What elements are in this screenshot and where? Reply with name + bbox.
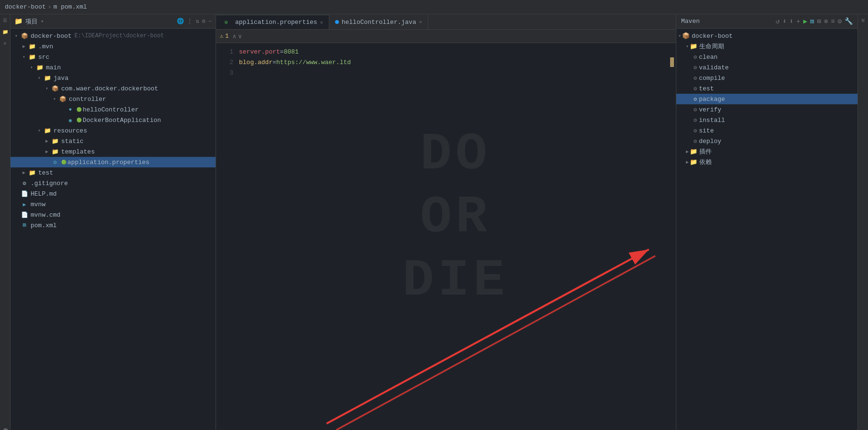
expand-arrow-main: ▾ bbox=[28, 64, 35, 71]
maven-item-clean[interactable]: ⚙ clean bbox=[676, 52, 857, 62]
expand-arrow: ▾ bbox=[12, 32, 20, 40]
tree-label-test: test bbox=[38, 169, 53, 176]
tree-item-src[interactable]: ▾ 📁 src bbox=[11, 52, 216, 62]
panel-dropdown-icon[interactable]: ▾ bbox=[41, 18, 44, 24]
tab-label-application: application.properties bbox=[235, 19, 317, 26]
maven-list-icon[interactable]: ≡ bbox=[831, 18, 835, 25]
maven-label-compile: compile bbox=[699, 75, 725, 82]
tree-item-docker-boot[interactable]: ▾ 📦 docker-boot E:\IDEAProject\docker-bo… bbox=[11, 31, 216, 41]
tab-close-hello[interactable]: ✕ bbox=[419, 19, 422, 25]
maven-item-site[interactable]: ⚙ site bbox=[676, 125, 857, 136]
tab-close-application[interactable]: ✕ bbox=[320, 20, 323, 25]
maven-wrench-icon[interactable]: 🔧 bbox=[845, 17, 853, 25]
tree-item-mvnw[interactable]: ▶ ▶ mvnw bbox=[11, 199, 216, 209]
maven-item-compile[interactable]: ⚙ compile bbox=[676, 73, 857, 83]
tab-application-properties[interactable]: ⚙ application.properties ✕ bbox=[216, 15, 329, 29]
tree-item-test[interactable]: ▶ 📁 test bbox=[11, 167, 216, 178]
expand-all-icon[interactable]: ⋮ bbox=[187, 18, 193, 25]
maven-m-icon[interactable]: m bbox=[810, 18, 814, 25]
tree-label-templates: templates bbox=[61, 148, 95, 155]
maven-add-icon[interactable]: + bbox=[796, 18, 800, 25]
mvnw-icon: ▶ bbox=[20, 200, 29, 209]
sidebar-toggle-icon[interactable]: ☰ bbox=[1, 16, 10, 25]
panel-header: 📁 项目 ▾ 🌐 ⋮ ⇅ ⚙ − bbox=[11, 14, 216, 29]
tree-label-mvnw-cmd: mvnw.cmd bbox=[31, 211, 60, 219]
editor-area: ⚙ application.properties ✕ helloControll… bbox=[216, 14, 676, 430]
tree-item-java[interactable]: ▾ 📁 java bbox=[11, 73, 216, 83]
maven-download1-icon[interactable]: ⬇ bbox=[782, 17, 786, 25]
settings-icon[interactable]: ⚙ bbox=[202, 18, 206, 25]
tree-label-controller: controller bbox=[69, 96, 106, 103]
tree-item-pom-xml[interactable]: ▶ m pom.xml bbox=[11, 220, 216, 231]
maven-skip-icon[interactable]: ⊗ bbox=[824, 17, 828, 25]
expand-arrow-static: ▶ bbox=[43, 137, 51, 145]
warning-count: 1 bbox=[225, 33, 228, 40]
breadcrumb-project[interactable]: docker-boot bbox=[5, 3, 46, 11]
maven-item-package[interactable]: ⚙ package bbox=[676, 94, 857, 104]
maven-item-root[interactable]: ▾ 📦 docker-boot bbox=[676, 31, 857, 41]
tree-item-helpmd[interactable]: ▶ 📄 HELP.md bbox=[11, 188, 216, 199]
tree-label-java: java bbox=[54, 75, 68, 82]
editor-content[interactable]: 1 2 3 server.port=8081 blog.addr=https:/… bbox=[216, 43, 676, 430]
maven-item-test[interactable]: ⚙ test bbox=[676, 83, 857, 94]
annotation-arrow bbox=[235, 43, 676, 430]
maven-grid-icon[interactable]: ⊞ bbox=[817, 17, 821, 25]
maven-label-site: site bbox=[699, 127, 714, 134]
maven-gear-compile: ⚙ bbox=[694, 75, 697, 82]
java-app-icon: ◉ bbox=[66, 116, 75, 124]
maven-download2-icon[interactable]: ⬇ bbox=[790, 17, 793, 25]
panel-title-label: 项目 bbox=[25, 17, 38, 26]
maven-label-plugins: 插件 bbox=[699, 147, 712, 156]
maven-title-label: Maven bbox=[681, 18, 700, 25]
maven-item-verify[interactable]: ⚙ verify bbox=[676, 104, 857, 115]
code-area[interactable]: server.port=8081 blog.addr=https://www.w… bbox=[235, 43, 676, 430]
tree-item-dockerbootapp[interactable]: ▶ ◉ 🟢 DockerBootApplication bbox=[11, 115, 216, 125]
maven-item-install[interactable]: ⚙ install bbox=[676, 115, 857, 125]
props-icon: ⚙ bbox=[51, 158, 59, 166]
globe-icon[interactable]: 🌐 bbox=[177, 18, 184, 25]
maven-refresh-icon[interactable]: ↺ bbox=[776, 17, 780, 25]
tree-item-resources[interactable]: ▾ 📁 resources bbox=[11, 125, 216, 136]
top-bar: docker-boot › m pom.xml bbox=[0, 0, 868, 14]
maven-root-folder-icon: 📦 bbox=[682, 32, 690, 40]
tree-item-controller[interactable]: ▾ 📦 controller bbox=[11, 94, 216, 104]
tree-item-static[interactable]: ▶ 📁 static bbox=[11, 136, 216, 146]
tree-item-mvnw-cmd[interactable]: ▶ 📄 mvnw.cmd bbox=[11, 209, 216, 220]
tree-item-main[interactable]: ▾ 📁 main bbox=[11, 62, 216, 73]
maven-label-install: install bbox=[699, 117, 725, 124]
maven-item-lifecycle[interactable]: ▾ 📁 生命周期 bbox=[676, 41, 857, 52]
tree-item-application-properties[interactable]: ▶ ⚙ 🟢 application.properties bbox=[11, 157, 216, 167]
prop-eq-1: = bbox=[280, 47, 284, 57]
breadcrumb: docker-boot › m pom.xml bbox=[5, 3, 87, 11]
close-panel-icon[interactable]: − bbox=[208, 18, 212, 25]
left-sidebar-icons: ☰ 📁 ≡ 收藏夹 bbox=[0, 14, 11, 430]
tree-item-mvn[interactable]: ▶ 📁 .mvn bbox=[11, 41, 216, 52]
tree-item-templates[interactable]: ▶ 📁 templates bbox=[11, 146, 216, 157]
editor-toolbar: ⚠ 1 ∧ ∨ bbox=[216, 30, 676, 43]
maven-item-validate[interactable]: ⚙ validate bbox=[676, 62, 857, 73]
maven-item-plugins[interactable]: ▶ 📁 插件 bbox=[676, 146, 857, 157]
maven-item-deps[interactable]: ▶ 📁 依赖 bbox=[676, 157, 857, 167]
mvnw-cmd-icon: 📄 bbox=[20, 210, 29, 219]
project-icon[interactable]: 📁 bbox=[1, 28, 10, 36]
arrow-down-icon[interactable]: ∨ bbox=[238, 33, 242, 40]
panel-title-area: 📁 项目 ▾ bbox=[14, 17, 44, 26]
md-icon: 📄 bbox=[20, 189, 29, 198]
right-icon-1[interactable]: N bbox=[859, 16, 868, 25]
collapse-all-icon[interactable]: ⇅ bbox=[195, 18, 199, 25]
code-line-1: server.port=8081 bbox=[239, 47, 672, 57]
maven-label-test: test bbox=[699, 85, 714, 92]
breadcrumb-file[interactable]: m pom.xml bbox=[54, 3, 87, 11]
maven-item-deploy[interactable]: ⚙ deploy bbox=[676, 136, 857, 146]
structure-icon[interactable]: ≡ bbox=[1, 39, 10, 48]
maven-label-clean: clean bbox=[699, 54, 717, 61]
tree-item-hellocontroller[interactable]: ▶ ● 🟢 helloController bbox=[11, 104, 216, 115]
maven-settings-icon[interactable]: ⚙ bbox=[838, 17, 842, 25]
tab-hello-controller[interactable]: helloController.java ✕ bbox=[329, 15, 428, 29]
tree-label-mvn: .mvn bbox=[38, 43, 53, 50]
arrow-up-icon[interactable]: ∧ bbox=[232, 33, 236, 40]
tree-item-com-waer[interactable]: ▾ 📦 com.waer.docker.dockerboot bbox=[11, 83, 216, 94]
notifications-icon[interactable]: 收藏夹 bbox=[1, 422, 10, 426]
maven-run-icon[interactable]: ▶ bbox=[803, 17, 807, 25]
tree-item-gitignore[interactable]: ▶ ⚙ .gitignore bbox=[11, 178, 216, 188]
